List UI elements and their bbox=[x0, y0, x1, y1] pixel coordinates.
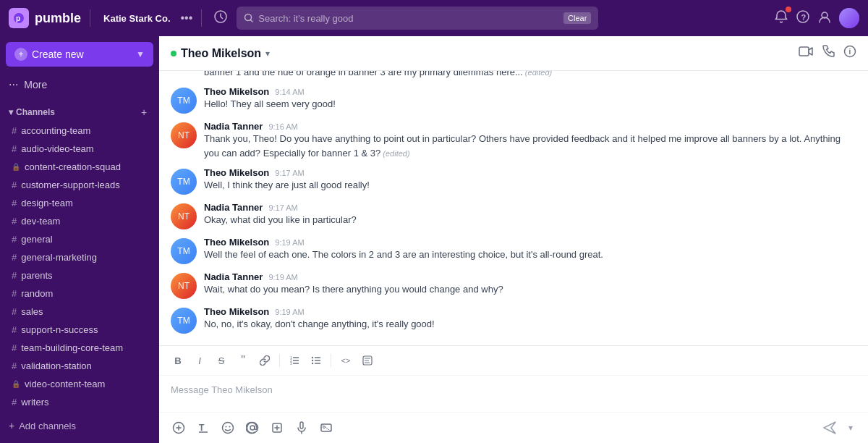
sidebar-channel-item[interactable]: #sales bbox=[3, 303, 156, 321]
image-button[interactable] bbox=[315, 417, 337, 439]
channel-name-label: writers bbox=[21, 397, 48, 408]
hash-icon: # bbox=[12, 125, 17, 136]
search-clear-button[interactable]: Clear bbox=[563, 12, 591, 24]
text-format-button[interactable]: T bbox=[192, 417, 214, 439]
message-text: Hello! They all seem very good! bbox=[204, 97, 856, 111]
channel-name-label: random bbox=[21, 288, 53, 299]
toolbar-divider-1 bbox=[279, 354, 280, 367]
notifications-icon[interactable] bbox=[774, 9, 788, 28]
table-row: TMTheo Mikelson9:14 AMHello! They all se… bbox=[171, 83, 856, 117]
channel-name-label: design-team bbox=[21, 198, 73, 208]
create-new-button[interactable]: + Create new ▼ bbox=[6, 42, 153, 67]
send-options-chevron-icon[interactable]: ▾ bbox=[842, 417, 859, 439]
sidebar-channel-item[interactable]: #general bbox=[3, 230, 156, 248]
profile-status-icon[interactable] bbox=[817, 9, 832, 28]
add-channel-icon[interactable]: + bbox=[137, 106, 150, 119]
sidebar-channel-item[interactable]: #parents bbox=[3, 266, 156, 284]
more-dots-icon: ··· bbox=[9, 78, 18, 91]
message-edited-label: (edited) bbox=[523, 71, 552, 77]
sidebar: + Create new ▼ ··· More ▾ Channels + #ac… bbox=[0, 36, 159, 443]
chat-username-chevron-icon[interactable]: ▾ bbox=[265, 48, 270, 59]
emoji-plus-button[interactable] bbox=[168, 417, 190, 439]
message-text: Okay, what did you like in particular? bbox=[204, 213, 856, 227]
blockquote-button[interactable]: " bbox=[233, 350, 253, 371]
hash-icon: # bbox=[12, 397, 17, 408]
message-header: Nadia Tanner9:19 AM bbox=[204, 271, 856, 282]
composer-toolbar: B I S " 1 2 bbox=[159, 346, 868, 376]
code-button[interactable]: <> bbox=[336, 350, 356, 371]
topbar-divider-2 bbox=[201, 9, 202, 27]
message-sender-name: Nadia Tanner bbox=[204, 271, 263, 282]
message-sender-name: Nadia Tanner bbox=[204, 121, 263, 132]
sidebar-channel-item[interactable]: #audio-video-team bbox=[3, 140, 156, 158]
svg-text:p: p bbox=[16, 14, 20, 22]
channels-section-header: ▾ Channels + bbox=[0, 97, 159, 122]
help-icon[interactable]: ? bbox=[796, 9, 810, 28]
unordered-list-button[interactable] bbox=[306, 350, 326, 371]
sidebar-channel-item[interactable]: #random bbox=[3, 284, 156, 303]
message-text: Hi, Theo, I just sent you my banner desi… bbox=[204, 71, 856, 79]
svg-text:3: 3 bbox=[290, 361, 292, 366]
message-header: Theo Mikelson9:19 AM bbox=[204, 237, 856, 248]
strikethrough-button[interactable]: S bbox=[211, 350, 231, 371]
sidebar-channel-item[interactable]: #design-team bbox=[3, 194, 156, 212]
user-avatar[interactable] bbox=[839, 8, 859, 28]
channels-section-toggle[interactable]: ▾ Channels bbox=[9, 107, 55, 117]
sidebar-channel-item[interactable]: #validation-station bbox=[3, 357, 156, 375]
bold-button[interactable]: B bbox=[168, 350, 188, 371]
video-call-icon[interactable] bbox=[799, 46, 813, 61]
message-input[interactable] bbox=[171, 384, 856, 395]
message-timestamp: 9:19 AM bbox=[275, 308, 304, 316]
sidebar-channel-item[interactable]: #team-building-core-team bbox=[3, 339, 156, 357]
messages-list: NTNadia Tanner9:13 AMHi, Theo, I just se… bbox=[159, 71, 868, 345]
add-channels-button[interactable]: + Add channels bbox=[0, 414, 159, 437]
info-icon[interactable]: i bbox=[843, 45, 856, 62]
attachment-button[interactable] bbox=[266, 417, 288, 439]
more-button[interactable]: ··· More bbox=[0, 72, 159, 97]
svg-line-42 bbox=[321, 424, 331, 431]
phone-call-icon[interactable] bbox=[822, 45, 835, 62]
search-bar: Clear bbox=[237, 7, 598, 30]
message-header: Theo Mikelson9:14 AM bbox=[204, 86, 856, 97]
sidebar-channel-item[interactable]: #writers bbox=[3, 393, 156, 411]
voice-message-button[interactable] bbox=[291, 417, 312, 439]
code-block-button[interactable] bbox=[357, 350, 378, 371]
message-timestamp: 9:19 AM bbox=[268, 273, 297, 282]
sidebar-channel-item[interactable]: #support-n-success bbox=[3, 321, 156, 339]
main-layout: + Create new ▼ ··· More ▾ Channels + #ac… bbox=[0, 36, 868, 443]
search-input[interactable] bbox=[258, 13, 559, 24]
channels-section-title: Channels bbox=[16, 107, 55, 117]
logo-icon: p bbox=[9, 8, 29, 28]
svg-rect-41 bbox=[321, 424, 331, 431]
channel-name-label: customer-support-leads bbox=[21, 180, 120, 190]
italic-button[interactable]: I bbox=[190, 350, 210, 371]
channel-name-label: general-marketing bbox=[21, 252, 97, 263]
sidebar-channel-item[interactable]: 🔒content-creation-squad bbox=[3, 158, 156, 176]
sidebar-channel-item[interactable]: #customer-support-leads bbox=[3, 176, 156, 194]
workspace-name[interactable]: Katie Stark Co. bbox=[99, 13, 174, 24]
sidebar-channel-item[interactable]: #general-marketing bbox=[3, 248, 156, 266]
message-edited-label: (edited) bbox=[380, 149, 409, 158]
link-button[interactable] bbox=[255, 350, 275, 371]
topbar: p pumble Katie Stark Co. ••• Clear bbox=[0, 0, 868, 36]
history-icon[interactable] bbox=[210, 7, 231, 30]
channel-name-label: support-n-success bbox=[21, 324, 98, 335]
topbar-divider-1 bbox=[90, 9, 90, 27]
workspace-menu-dots[interactable]: ••• bbox=[181, 12, 193, 25]
hash-icon: # bbox=[12, 270, 17, 281]
send-button[interactable] bbox=[819, 417, 841, 439]
sidebar-channel-item[interactable]: #accounting-team bbox=[3, 122, 156, 140]
ordered-list-button[interactable]: 1 2 3 bbox=[284, 350, 305, 371]
svg-point-21 bbox=[312, 363, 313, 364]
channel-name-label: content-creation-squad bbox=[25, 161, 121, 172]
message-timestamp: 9:14 AM bbox=[275, 88, 304, 96]
table-row: NTNadia Tanner9:17 AMOkay, what did you … bbox=[171, 199, 856, 232]
chat-header-left: Theo Mikelson ▾ bbox=[171, 47, 270, 60]
message-timestamp: 9:17 AM bbox=[268, 203, 297, 212]
sidebar-channel-item[interactable]: #dev-team bbox=[3, 212, 156, 230]
mention-button[interactable] bbox=[242, 417, 263, 439]
emoji-button[interactable] bbox=[217, 417, 239, 439]
message-content: Nadia Tanner9:17 AMOkay, what did you li… bbox=[204, 202, 856, 229]
create-new-chevron-icon: ▼ bbox=[136, 49, 145, 59]
sidebar-channel-item[interactable]: 🔒video-content-team bbox=[3, 375, 156, 393]
